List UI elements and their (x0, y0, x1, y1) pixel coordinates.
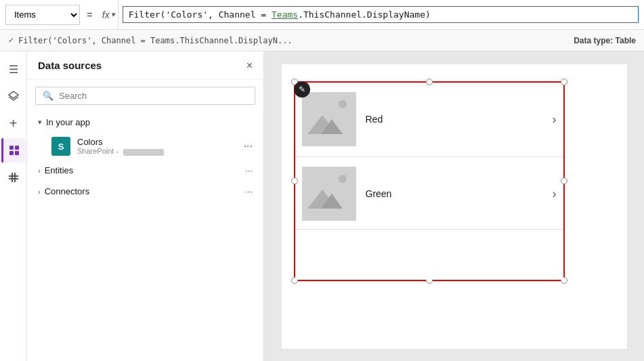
svg-rect-8 (9, 178, 18, 179)
in-your-app-label: In your app (46, 117, 90, 127)
in-your-app-section: ▾ In your app S Colors SharePoint - ··· (27, 112, 263, 160)
entities-section: › Entities ··· (27, 160, 263, 181)
layers-icon[interactable] (1, 84, 26, 108)
connectors-section: › Connectors ··· (27, 181, 263, 202)
connectors-label: Connectors (45, 186, 89, 196)
svg-rect-9 (12, 173, 13, 182)
filter-expression: Filter('Colors', Channel = Teams.ThisCha… (18, 36, 293, 45)
handle-top-center[interactable] (426, 79, 433, 85)
component-icon[interactable] (1, 165, 26, 190)
filter-bar: ✓ Filter('Colors', Channel = Teams.ThisC… (0, 30, 644, 51)
equals-sign: = (84, 9, 95, 20)
svg-rect-3 (9, 146, 14, 150)
data-sources-panel: Data sources × 🔍 ▾ In your app S Colors … (27, 51, 264, 361)
svg-rect-4 (15, 146, 19, 150)
svg-rect-10 (14, 173, 16, 182)
canvas-area[interactable]: ✎ (264, 51, 644, 361)
canvas-background: ✎ (282, 64, 627, 349)
entities-more-icon[interactable]: ··· (245, 165, 253, 175)
icon-sidebar: ☰ + (0, 51, 27, 361)
svg-rect-5 (9, 151, 14, 155)
handle-middle-right[interactable] (561, 177, 567, 184)
connectors-header[interactable]: › Connectors ··· (33, 181, 258, 202)
list-item-label-green: Green (366, 188, 543, 199)
list-item[interactable]: Red › (295, 83, 563, 157)
list-item-label-red: Red (366, 114, 543, 125)
svg-marker-0 (9, 91, 18, 98)
chevron-down-icon: ▾ (38, 118, 42, 127)
in-your-app-header[interactable]: ▾ In your app (33, 112, 258, 133)
fx-button[interactable]: fx ▾ (100, 0, 119, 29)
property-select[interactable]: Items (5, 5, 80, 25)
handle-top-right[interactable] (561, 79, 567, 85)
list-item-chevron-red: › (553, 112, 557, 127)
list-item-image-green (302, 167, 356, 221)
connectors-more-icon[interactable]: ··· (245, 186, 253, 196)
entities-header[interactable]: › Entities ··· (33, 160, 258, 181)
datasource-sub: SharePoint - (77, 147, 237, 155)
ds-header: Data sources × (27, 51, 263, 80)
ds-title: Data sources (38, 60, 102, 71)
ds-close-button[interactable]: × (246, 60, 253, 71)
main-area: ☰ + (0, 51, 644, 361)
handle-middle-left[interactable] (291, 177, 298, 184)
datasource-more-icon[interactable]: ··· (244, 140, 253, 152)
entities-label: Entities (45, 165, 74, 175)
colors-datasource-item[interactable]: S Colors SharePoint - ··· (33, 133, 258, 160)
list-item-chevron-green: › (553, 187, 557, 201)
svg-rect-6 (15, 151, 19, 155)
chevron-right-icon: › (38, 167, 41, 175)
list-empty-area (295, 229, 563, 280)
search-icon: 🔍 (43, 91, 53, 101)
formula-bar: Items = fx ▾ Filter('Colors', Channel = … (0, 0, 644, 30)
search-input[interactable] (59, 91, 248, 101)
svg-rect-7 (9, 175, 18, 177)
sharepoint-icon: S (51, 137, 70, 156)
widget-edit-icon[interactable]: ✎ (294, 81, 310, 98)
check-icon: ✓ (8, 36, 14, 45)
add-icon[interactable]: + (1, 111, 26, 135)
list-item-image-red (302, 92, 356, 146)
chevron-right-icon2: › (38, 188, 41, 196)
formula-expression[interactable]: Filter('Colors', Channel = Teams.ThisCha… (123, 6, 639, 23)
hamburger-icon[interactable]: ☰ (1, 57, 26, 81)
list-item[interactable]: Green › (295, 157, 563, 232)
data-type-indicator: Data type: Table (574, 36, 636, 45)
list-widget[interactable]: ✎ (294, 81, 565, 281)
datasource-name: Colors (77, 137, 237, 147)
data-icon[interactable] (1, 138, 26, 163)
ds-search-box[interactable]: 🔍 (35, 87, 255, 105)
